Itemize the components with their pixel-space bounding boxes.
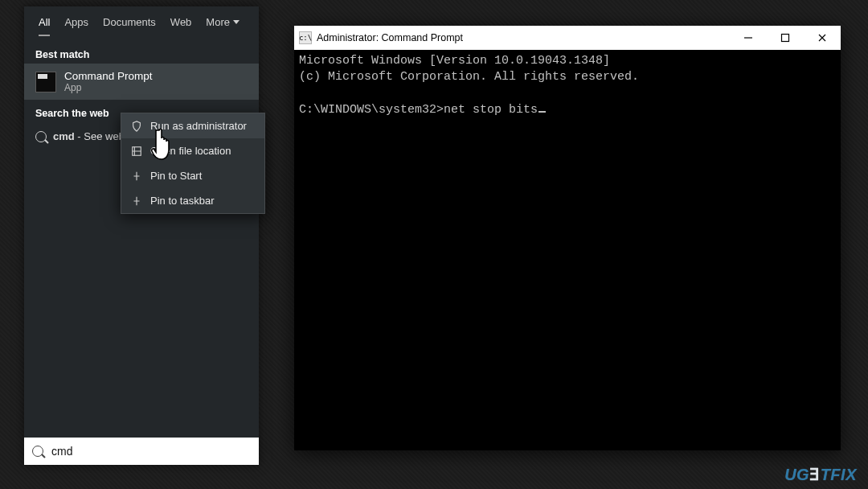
watermark: UGƎTFIX (784, 466, 857, 483)
ctx-pin-to-taskbar[interactable]: Pin to taskbar (121, 188, 264, 213)
pin-icon (131, 171, 142, 182)
window-titlebar[interactable]: c:\ Administrator: Command Prompt (294, 26, 841, 50)
maximize-button[interactable] (767, 26, 804, 50)
cursor-pointer-icon (148, 125, 180, 162)
chevron-down-icon (233, 20, 240, 24)
window-controls (730, 26, 841, 50)
ctx-pin-to-start[interactable]: Pin to Start (121, 163, 264, 188)
tab-more[interactable]: More (206, 16, 240, 35)
cmd-line1: Microsoft Windows [Version 10.0.19043.13… (299, 54, 610, 68)
search-icon (32, 446, 43, 457)
ctx-label: Pin to Start (150, 170, 202, 182)
start-search-panel: All Apps Documents Web More Best match C… (24, 6, 259, 465)
taskbar-search-input[interactable]: cmd (24, 438, 259, 465)
tab-documents[interactable]: Documents (103, 16, 156, 35)
minimize-button[interactable] (730, 26, 767, 50)
context-menu: Run as administrator Open file location … (121, 113, 265, 214)
ctx-open-file-location[interactable]: Open file location (121, 138, 264, 163)
svg-rect-1 (782, 35, 789, 42)
search-input-value: cmd (51, 445, 72, 458)
cursor-caret (538, 111, 546, 113)
best-match-heading: Best match (24, 41, 259, 64)
cmd-line2: (c) Microsoft Corporation. All rights re… (299, 70, 639, 84)
close-button[interactable] (804, 26, 841, 50)
best-match-text: Command Prompt App (64, 70, 153, 93)
best-match-subtitle: App (64, 82, 153, 93)
tab-apps[interactable]: Apps (64, 16, 88, 35)
tab-web[interactable]: Web (170, 16, 192, 35)
ctx-label: Pin to taskbar (150, 195, 215, 207)
cmd-command: net stop bits (444, 103, 538, 117)
command-prompt-icon (35, 72, 56, 92)
tab-all[interactable]: All (39, 16, 50, 36)
command-prompt-window: c:\ Administrator: Command Prompt Micros… (294, 26, 841, 450)
cmd-prompt: C:\WINDOWS\system32> (299, 103, 444, 117)
shield-icon (131, 121, 142, 132)
cmd-app-icon: c:\ (299, 31, 312, 44)
terminal-output[interactable]: Microsoft Windows [Version 10.0.19043.13… (294, 50, 841, 450)
web-query: cmd (53, 130, 75, 142)
ctx-run-as-administrator[interactable]: Run as administrator (121, 113, 264, 138)
search-tabs: All Apps Documents Web More (24, 6, 259, 41)
best-match-result[interactable]: Command Prompt App (24, 64, 259, 100)
window-title: Administrator: Command Prompt (317, 32, 463, 43)
pin-icon (131, 195, 142, 207)
tab-more-label: More (206, 16, 230, 28)
folder-icon (131, 146, 142, 157)
best-match-title: Command Prompt (64, 70, 153, 82)
search-icon (35, 131, 47, 142)
